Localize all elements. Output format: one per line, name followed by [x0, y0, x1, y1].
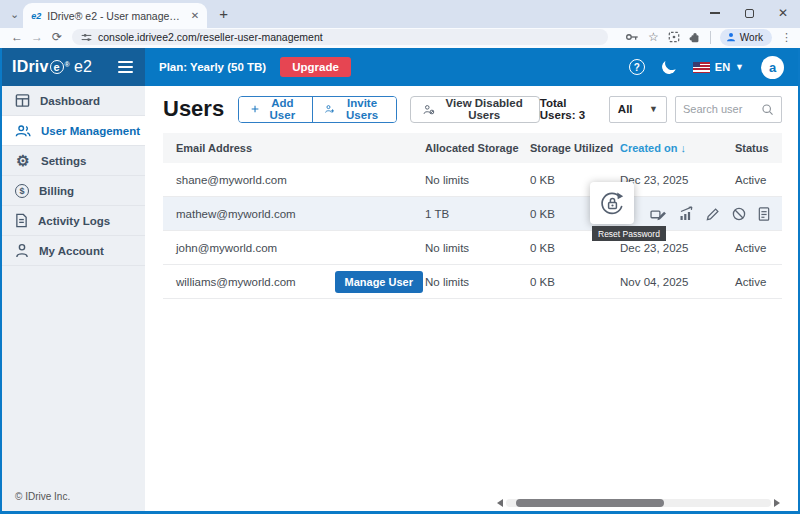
back-icon[interactable]: ←: [8, 30, 26, 44]
sidebar-item-my-account[interactable]: My Account: [2, 236, 145, 266]
page: IDrive®e2 Plan: Yearly (50 TB) Upgrade ?…: [0, 48, 800, 514]
idrive-e2-logo: IDrive®e2: [12, 58, 92, 76]
maximize-icon: [745, 9, 754, 18]
table-row[interactable]: mathew@myworld.com 1 TB 0 KB: [163, 197, 782, 231]
profile-avatar-icon: [726, 32, 736, 42]
sidebar-label: Billing: [39, 185, 74, 197]
gear-icon: ⚙: [15, 153, 31, 168]
close-button[interactable]: ✕: [766, 0, 800, 26]
copyright: © IDrive Inc.: [15, 491, 70, 502]
sidebar-label: User Management: [41, 125, 140, 137]
sort-desc-icon: ↓: [680, 142, 686, 154]
invite-user-icon: [325, 103, 334, 115]
user-logs-icon[interactable]: [758, 207, 770, 221]
scrollbar-track[interactable]: [506, 499, 771, 507]
scroll-right-icon[interactable]: [774, 499, 780, 507]
sidebar-item-settings[interactable]: ⚙ Settings: [2, 146, 145, 176]
col-created-sort[interactable]: Created on↓: [620, 142, 735, 154]
forward-icon[interactable]: →: [28, 30, 46, 44]
disable-user-icon[interactable]: [732, 207, 746, 221]
dark-mode-icon[interactable]: [660, 58, 677, 75]
add-user-button[interactable]: Add User: [239, 97, 311, 122]
reset-password-tooltip: Reset Password: [592, 226, 666, 241]
site-settings-icon[interactable]: [81, 32, 92, 43]
cell-utilized: 0 KB: [530, 242, 620, 254]
edit-plan-icon[interactable]: [650, 207, 667, 221]
minimize-button[interactable]: [698, 0, 732, 26]
password-manager-icon[interactable]: [625, 31, 639, 43]
logo-block: IDrive®e2: [2, 48, 145, 86]
horizontal-scrollbar: [497, 498, 780, 508]
users-icon: [15, 124, 31, 138]
maximize-button[interactable]: [732, 0, 766, 26]
cell-utilized: 0 KB: [530, 276, 620, 288]
user-filter-dropdown[interactable]: All ▼: [609, 96, 667, 123]
scroll-left-icon[interactable]: [497, 499, 503, 507]
app-header: IDrive®e2 Plan: Yearly (50 TB) Upgrade ?…: [2, 48, 798, 86]
total-users: Total Users: 3: [540, 97, 598, 121]
address-bar[interactable]: console.idrivee2.com/reseller-user-manag…: [72, 29, 608, 45]
status-badge: Active: [735, 242, 782, 254]
manage-user-button[interactable]: Manage User: [335, 271, 423, 293]
invite-users-button[interactable]: Invite Users: [312, 97, 397, 122]
sidebar-item-user-management[interactable]: User Management: [2, 116, 145, 146]
bookmark-star-icon[interactable]: ☆: [648, 30, 659, 44]
close-icon: ✕: [778, 7, 788, 19]
scrollbar-thumb[interactable]: [516, 499, 664, 507]
sidebar-label: My Account: [39, 245, 104, 257]
chevron-down-icon: ▼: [735, 62, 744, 72]
table-row[interactable]: williams@myworld.com Manage User No limi…: [163, 265, 782, 299]
col-utilized: Storage Utilized: [530, 142, 620, 154]
plan-label: Plan: Yearly (50 TB): [159, 61, 266, 73]
sidebar-item-activity-logs[interactable]: Activity Logs: [2, 206, 145, 236]
profile-chip[interactable]: Work: [720, 29, 772, 46]
sidebar-label: Dashboard: [40, 95, 100, 107]
account-avatar[interactable]: a: [761, 56, 784, 79]
upgrade-button[interactable]: Upgrade: [280, 57, 351, 77]
sidebar-item-dashboard[interactable]: Dashboard: [2, 86, 145, 116]
toolbar-actions: ☆ Work ⋮: [625, 29, 792, 46]
reset-password-button[interactable]: [590, 182, 634, 224]
sidebar: Dashboard User Management ⚙ Settings $ B…: [2, 86, 145, 511]
extensions-icon[interactable]: [689, 31, 701, 43]
header-bar: Plan: Yearly (50 TB) Upgrade ? EN ▼ a: [145, 48, 798, 86]
table-row[interactable]: john@myworld.com No limits 0 KB Dec 23, …: [163, 231, 782, 265]
search-icon[interactable]: [761, 103, 774, 116]
profile-label: Work: [740, 32, 763, 43]
tab-strip: ⌄ e2 IDrive® e2 - User management ✕ + ✕: [0, 0, 800, 28]
table-row[interactable]: shane@myworld.com No limits 0 KB Dec 23,…: [163, 163, 782, 197]
edit-icon[interactable]: [706, 207, 720, 221]
browser-window: ⌄ e2 IDrive® e2 - User management ✕ + ✕ …: [0, 0, 800, 514]
tab-close-icon[interactable]: ✕: [191, 10, 199, 21]
search-box: [675, 96, 782, 123]
view-disabled-users-button[interactable]: View Disabled Users: [410, 96, 540, 123]
col-email: Email Address: [163, 142, 425, 154]
users-table: Email Address Allocated Storage Storage …: [163, 133, 782, 299]
reload-icon[interactable]: ⟳: [48, 30, 66, 44]
app-body: Dashboard User Management ⚙ Settings $ B…: [2, 86, 798, 511]
sidebar-label: Settings: [41, 155, 86, 167]
browser-tab[interactable]: e2 IDrive® e2 - User management ✕: [23, 3, 207, 28]
search-input[interactable]: [683, 103, 761, 115]
status-badge: Active: [735, 174, 782, 186]
new-tab-button[interactable]: +: [219, 5, 228, 22]
billing-icon: $: [15, 184, 29, 198]
help-icon[interactable]: ?: [629, 59, 645, 75]
cell-created: Nov 04, 2025: [620, 276, 735, 288]
cell-created: Dec 23, 2025: [620, 242, 735, 254]
us-flag-icon: [693, 62, 710, 73]
tab-title: IDrive® e2 - User management: [47, 10, 185, 22]
cell-allocated: 1 TB: [425, 208, 530, 220]
usage-stats-icon[interactable]: [679, 206, 694, 221]
sidebar-item-billing[interactable]: $ Billing: [2, 176, 145, 206]
cell-email: shane@myworld.com: [163, 174, 425, 186]
language-selector[interactable]: EN ▼: [693, 61, 744, 73]
browser-toolbar: ← → ⟳ console.idrivee2.com/reseller-user…: [0, 28, 800, 48]
sidebar-label: Activity Logs: [38, 215, 110, 227]
browser-menu-icon[interactable]: ⋮: [781, 31, 792, 44]
tab-capture-icon[interactable]: [668, 31, 680, 43]
cell-email: mathew@myworld.com: [163, 208, 425, 220]
menu-icon[interactable]: [118, 61, 133, 73]
url-text: console.idrivee2.com/reseller-user-manag…: [98, 31, 323, 43]
tab-search-icon[interactable]: ⌄: [10, 8, 19, 21]
